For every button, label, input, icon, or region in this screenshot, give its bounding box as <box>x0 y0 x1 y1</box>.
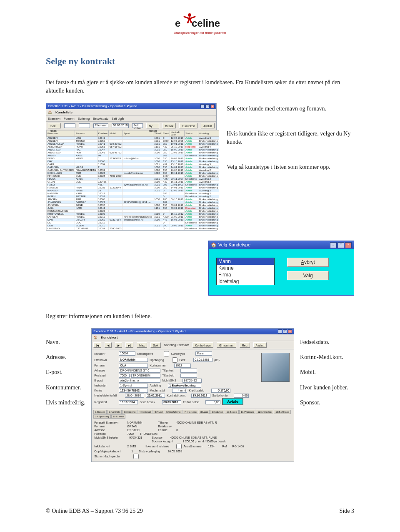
kortnr-input[interactable]: 1012 <box>174 364 191 368</box>
fodt-input[interactable]: 01.01.1981 <box>193 358 212 362</box>
table-row[interactable]: JUELKARI10043110135008.03.2011Kjøpet utB… <box>47 206 219 209</box>
table-row[interactable]: GRANOLE123456101043016.11.2011AvtaleAvde… <box>47 180 219 183</box>
table-row[interactable]: CARLSENHILDE2101035014.03.2010AvtaleBruk… <box>47 166 219 168</box>
avbryt-button[interactable]: Avbryt <box>287 258 329 267</box>
table-row[interactable]: FLUKKANNA41001428720.11.2007EnkelttimeAv… <box>47 177 219 180</box>
customer-photo <box>261 353 290 382</box>
nykunde-button[interactable]: Ny kunde <box>146 123 159 128</box>
sok-button[interactable]: Søk <box>150 342 160 348</box>
kundetype-option[interactable]: Mann <box>217 258 274 265</box>
side-note-3: Velg så kundetype i listen som kommer op… <box>227 163 354 171</box>
table-row[interactable]: LIENELLEN10010101129008.03.2011AvtaleBru… <box>47 224 219 227</box>
table-row[interactable]: HANSENKARI10011185EnkelttimeAvdeling 2 <box>47 192 219 195</box>
table-row[interactable]: ARUENAASE98567EnkelttimeBrukerveiledning <box>47 154 219 157</box>
intro-paragraph: Det første du må gjøre er å sjekke om ku… <box>46 78 354 95</box>
kundetype-option[interactable]: Firma <box>217 271 274 278</box>
header-rule <box>46 39 354 39</box>
table-row[interactable]: CAPE11054101143725.10.2010AvtaleAvdeling… <box>47 163 219 166</box>
table-row[interactable]: INAKSENHANS231001012.06.2010AvtaleAvdeli… <box>47 189 219 192</box>
label-mindrearig: Hvis mindreårig. <box>46 399 85 407</box>
konto-input[interactable]: 1234 56 78903 <box>119 389 148 393</box>
sett-utgar-label: Sett utgår <box>112 117 124 120</box>
close-icon[interactable]: × <box>345 242 352 248</box>
label-sponsor: Sponsor. <box>300 399 354 407</box>
side-note-1: Søk etter kunde med etternavn og fornavn… <box>227 105 354 113</box>
reg-button[interactable]: Reg <box>240 342 250 348</box>
table-row[interactable]: DOKKHAUGPER10027pdokk@online.no101035018… <box>47 171 219 174</box>
section-title: Selge ny kontrakt <box>46 56 354 67</box>
label-epost: E-post. <box>46 368 85 376</box>
valg-button[interactable]: Valg <box>287 271 329 280</box>
table-row[interactable]: BERGHANS112345678bubba@hif.no101035026.0… <box>47 157 219 160</box>
max-button[interactable]: Max <box>137 342 147 348</box>
adresse-input[interactable]: DRONNINGENS GT 0 <box>119 369 160 373</box>
maximize-icon[interactable]: □ <box>205 104 210 108</box>
table-row[interactable]: HANSENFINN1003611223344101035014.01.2011… <box>47 186 219 189</box>
table-row[interactable]: LIANOSCAR1006291827364oscadl@online.no10… <box>47 218 219 221</box>
kundetype-option[interactable]: Idrettslag <box>217 278 274 285</box>
sortering-select[interactable]: Etternavn <box>93 123 108 128</box>
label-fodselsdato: Fødselsdato. <box>300 338 354 346</box>
sett-status-input[interactable]: Sett status <box>132 123 143 128</box>
label-jobber: Hvor kunden jobber. <box>300 384 354 392</box>
table-row[interactable]: ANDERSENH.C.10044100135015.03.2010Avtale… <box>47 148 219 151</box>
table-row[interactable]: JENSENPER10005105020006.10.2010AvtaleBru… <box>47 198 219 201</box>
kundetype-option[interactable]: Kvinne <box>217 265 274 271</box>
etternavn-input[interactable]: NORMANN <box>119 358 148 362</box>
table-row[interactable]: AHLSENLISE100421001012.05.2010AvtaleAvde… <box>47 136 219 139</box>
kontrollregn-button[interactable]: Kontrollregn <box>192 342 213 348</box>
table-row[interactable]: FINNSTADOLE100287399 20003457AvtaleBruke… <box>47 174 219 177</box>
table-row[interactable]: HASLI4057oyvind@onlineedb.no100130703.01… <box>47 183 219 186</box>
kundenr-input[interactable]: 10064 <box>119 351 135 356</box>
sortering-label: Sortering <box>78 117 90 120</box>
footer-left: © Online EDB AS – Support 73 96 25 29 <box>46 508 143 514</box>
brand-logo: e celine Bransjeløsningen for treningsse… <box>46 13 354 35</box>
epost-input[interactable]: ola@online.no <box>119 379 160 383</box>
table-row[interactable]: AHLSEN ÆØÅFRODE10041934 23422100135019.0… <box>47 142 219 145</box>
table-row[interactable]: BHK20000101035015.10.2012AvtaleBrukervei… <box>47 160 219 163</box>
avslutt-button[interactable]: Avslutt <box>253 342 267 348</box>
table-row[interactable]: KONTAKTKUNDE10025AvtaleBrukerveiledning <box>47 209 219 212</box>
avslutt-button[interactable]: Avslutt <box>201 123 215 128</box>
table-row[interactable]: ANDERSENPER10046925 45722101035002.06.20… <box>47 151 219 154</box>
etternavn-input[interactable] <box>64 123 75 128</box>
fornavn-input[interactable] <box>79 123 90 128</box>
kundekort-tabs[interactable]: 1:Besvar2:Kontrakt3:Avdeling4:Innbetalt5… <box>92 409 294 419</box>
registrer-heading: Registrer informasjonen om kunden i felt… <box>46 312 354 321</box>
minimize-icon[interactable]: _ <box>200 104 205 108</box>
kundetype-listbox[interactable]: MannKvinneFirmaIdrettslag <box>216 258 275 285</box>
table-row[interactable]: INGENPETTER100370EnkelttimeAvdeling 2 <box>47 195 219 198</box>
maximize-icon[interactable]: □ <box>338 242 344 248</box>
kredittsperre-checkbox[interactable] <box>164 351 169 356</box>
kundekort-button[interactable]: Kundekort <box>179 123 198 128</box>
mobil-input[interactable]: 98765432 <box>182 379 202 383</box>
besoksdato-input[interactable]: 08.03.2010 <box>112 123 129 128</box>
label-adresse: Adresse. <box>46 353 85 361</box>
table-row[interactable]: CARLSEN ANTONSENNINA ELISABETH1003210103… <box>47 168 219 171</box>
close-icon[interactable]: × <box>288 329 292 334</box>
table-row[interactable]: AHLSENTROND100501001305012.05.2008Avtale… <box>47 139 219 142</box>
minimize-icon[interactable]: _ <box>278 329 282 334</box>
table-row[interactable]: JONASENARNE10030101035008.03.2011AvtaleB… <box>47 203 219 206</box>
table-row[interactable]: JOHANSENBARBRO1002112345678901@1234.no98… <box>47 201 219 203</box>
ginummer-button[interactable]: GI nummer <box>217 342 236 348</box>
fornavn-input[interactable]: OLA <box>119 364 148 368</box>
label-kortnr: Kortnr.-Medl.kort. <box>300 353 354 361</box>
table-row[interactable]: ALBERTSENROAR10056987 65432110143005.12.… <box>47 145 219 148</box>
label-navn: Navn. <box>46 338 85 346</box>
minimize-icon[interactable]: _ <box>330 242 337 248</box>
table-row[interactable]: LIEODD100190EnkelttimeBrukerveiledning <box>47 221 219 224</box>
besok-button[interactable]: Besøk <box>162 123 176 128</box>
table-row[interactable]: LINDSTADCATHRINE100347390 20030Enkelttim… <box>47 227 219 230</box>
table-row[interactable]: KRISTIANSENFRODE101031010015.10.2012Avta… <box>47 212 219 215</box>
kundetype-select[interactable]: Mann <box>195 351 212 356</box>
close-icon[interactable]: × <box>210 104 215 108</box>
footer-right: Side 3 <box>340 508 354 514</box>
sok-etter-button[interactable]: Søk etter: <box>48 123 61 128</box>
side-note-2: Hvis kunden ikke er registrert tidligere… <box>227 130 354 147</box>
kundeliste-screenshot: Exceline 2.31 - Avd 1 - Brukerveiledning… <box>46 103 217 231</box>
maximize-icon[interactable]: □ <box>283 329 287 334</box>
kundeliste-table[interactable]: EtternavnFornavnKundenrMobilEpostTilbudT… <box>46 130 219 230</box>
kundeliste-titlebar: Exceline 2.31 - Avd 1 - Brukerveiledning… <box>46 103 216 109</box>
table-row[interactable]: LARSENFRODE10013rune.relan@broadpark.no1… <box>47 215 219 218</box>
